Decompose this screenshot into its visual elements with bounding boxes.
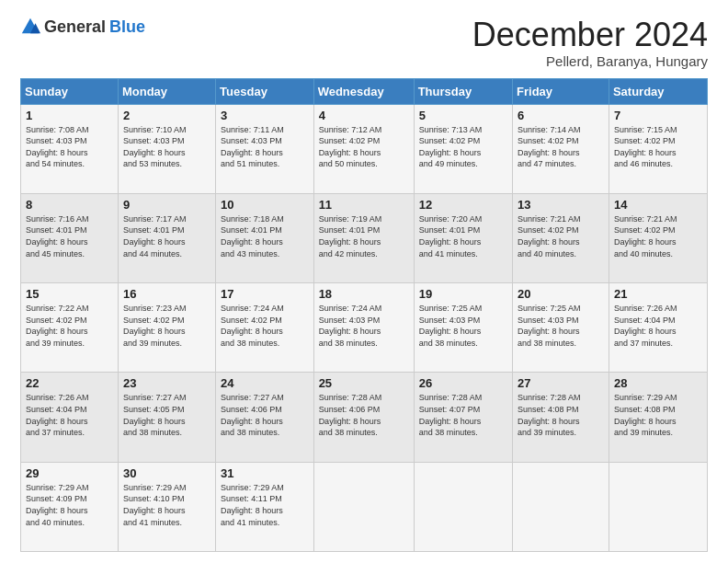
day-info: Sunrise: 7:27 AMSunset: 4:06 PMDaylight:… (221, 392, 309, 438)
calendar-cell: 19Sunrise: 7:25 AMSunset: 4:03 PMDayligh… (414, 283, 512, 373)
calendar-week-row: 22Sunrise: 7:26 AMSunset: 4:04 PMDayligh… (21, 373, 708, 462)
day-header-saturday: Saturday (609, 78, 707, 104)
calendar-cell: 27Sunrise: 7:28 AMSunset: 4:08 PMDayligh… (513, 373, 609, 462)
day-number: 11 (319, 198, 409, 212)
day-info: Sunrise: 7:14 AMSunset: 4:02 PMDaylight:… (518, 124, 604, 170)
day-info: Sunrise: 7:27 AMSunset: 4:05 PMDaylight:… (123, 392, 210, 438)
logo: GeneralBlue (20, 17, 145, 37)
day-info: Sunrise: 7:26 AMSunset: 4:04 PMDaylight:… (26, 392, 113, 438)
calendar-cell: 8Sunrise: 7:16 AMSunset: 4:01 PMDaylight… (21, 193, 119, 282)
day-number: 27 (518, 376, 604, 390)
calendar-cell: 30Sunrise: 7:29 AMSunset: 4:10 PMDayligh… (118, 462, 215, 551)
calendar-cell: 26Sunrise: 7:28 AMSunset: 4:07 PMDayligh… (414, 373, 512, 462)
day-header-friday: Friday (513, 78, 609, 104)
day-number: 23 (123, 376, 210, 390)
calendar-cell (313, 462, 414, 551)
day-info: Sunrise: 7:23 AMSunset: 4:02 PMDaylight:… (123, 303, 210, 349)
calendar-cell: 25Sunrise: 7:28 AMSunset: 4:06 PMDayligh… (313, 373, 414, 462)
day-number: 31 (221, 466, 309, 480)
day-header-sunday: Sunday (21, 78, 119, 104)
day-info: Sunrise: 7:21 AMSunset: 4:02 PMDaylight:… (614, 213, 702, 259)
day-number: 24 (221, 376, 309, 390)
location-title: Pellerd, Baranya, Hungary (472, 53, 708, 69)
day-number: 13 (518, 198, 604, 212)
calendar-cell: 21Sunrise: 7:26 AMSunset: 4:04 PMDayligh… (609, 283, 707, 373)
day-header-tuesday: Tuesday (216, 78, 314, 104)
day-info: Sunrise: 7:16 AMSunset: 4:01 PMDaylight:… (26, 213, 113, 259)
day-info: Sunrise: 7:21 AMSunset: 4:02 PMDaylight:… (518, 213, 604, 259)
day-number: 18 (319, 287, 409, 301)
calendar-cell: 15Sunrise: 7:22 AMSunset: 4:02 PMDayligh… (21, 283, 119, 373)
day-info: Sunrise: 7:13 AMSunset: 4:02 PMDaylight:… (419, 124, 507, 170)
day-number: 2 (123, 109, 210, 122)
title-area: December 2024 Pellerd, Baranya, Hungary (472, 17, 708, 69)
calendar-cell: 3Sunrise: 7:11 AMSunset: 4:03 PMDaylight… (216, 104, 314, 193)
calendar-cell: 9Sunrise: 7:17 AMSunset: 4:01 PMDaylight… (118, 193, 215, 282)
calendar-cell: 31Sunrise: 7:29 AMSunset: 4:11 PMDayligh… (216, 462, 314, 551)
day-number: 19 (419, 287, 507, 301)
day-number: 3 (221, 109, 309, 122)
day-info: Sunrise: 7:25 AMSunset: 4:03 PMDaylight:… (419, 303, 507, 349)
calendar-cell: 24Sunrise: 7:27 AMSunset: 4:06 PMDayligh… (216, 373, 314, 462)
calendar-cell (414, 462, 512, 551)
calendar-week-row: 29Sunrise: 7:29 AMSunset: 4:09 PMDayligh… (21, 462, 708, 551)
calendar-cell: 17Sunrise: 7:24 AMSunset: 4:02 PMDayligh… (216, 283, 314, 373)
day-number: 28 (614, 376, 702, 390)
day-header-wednesday: Wednesday (313, 78, 414, 104)
calendar-cell: 22Sunrise: 7:26 AMSunset: 4:04 PMDayligh… (21, 373, 119, 462)
calendar-cell: 5Sunrise: 7:13 AMSunset: 4:02 PMDaylight… (414, 104, 512, 193)
day-number: 16 (123, 287, 210, 301)
day-info: Sunrise: 7:19 AMSunset: 4:01 PMDaylight:… (319, 213, 409, 259)
logo-text-blue: Blue (109, 17, 145, 37)
day-info: Sunrise: 7:28 AMSunset: 4:08 PMDaylight:… (518, 392, 604, 438)
calendar-cell: 6Sunrise: 7:14 AMSunset: 4:02 PMDaylight… (513, 104, 609, 193)
day-info: Sunrise: 7:29 AMSunset: 4:10 PMDaylight:… (123, 482, 210, 528)
day-info: Sunrise: 7:29 AMSunset: 4:11 PMDaylight:… (221, 482, 309, 528)
day-info: Sunrise: 7:18 AMSunset: 4:01 PMDaylight:… (221, 213, 309, 259)
day-info: Sunrise: 7:22 AMSunset: 4:02 PMDaylight:… (26, 303, 113, 349)
month-title: December 2024 (472, 17, 708, 53)
calendar-week-row: 8Sunrise: 7:16 AMSunset: 4:01 PMDaylight… (21, 193, 708, 282)
logo-area: GeneralBlue (20, 17, 145, 37)
day-info: Sunrise: 7:25 AMSunset: 4:03 PMDaylight:… (518, 303, 604, 349)
calendar-cell: 16Sunrise: 7:23 AMSunset: 4:02 PMDayligh… (118, 283, 215, 373)
day-info: Sunrise: 7:29 AMSunset: 4:08 PMDaylight:… (614, 392, 702, 438)
day-info: Sunrise: 7:17 AMSunset: 4:01 PMDaylight:… (123, 213, 210, 259)
day-info: Sunrise: 7:15 AMSunset: 4:02 PMDaylight:… (614, 124, 702, 170)
day-info: Sunrise: 7:20 AMSunset: 4:01 PMDaylight:… (419, 213, 507, 259)
day-number: 29 (26, 466, 113, 480)
day-number: 6 (518, 109, 604, 122)
day-number: 4 (319, 109, 409, 122)
calendar-cell: 23Sunrise: 7:27 AMSunset: 4:05 PMDayligh… (118, 373, 215, 462)
day-info: Sunrise: 7:26 AMSunset: 4:04 PMDaylight:… (614, 303, 702, 349)
calendar-table: SundayMondayTuesdayWednesdayThursdayFrid… (20, 78, 708, 552)
day-number: 8 (26, 198, 113, 212)
calendar-cell: 4Sunrise: 7:12 AMSunset: 4:02 PMDaylight… (313, 104, 414, 193)
calendar-header-row: SundayMondayTuesdayWednesdayThursdayFrid… (21, 78, 708, 104)
day-number: 22 (26, 376, 113, 390)
calendar-cell: 10Sunrise: 7:18 AMSunset: 4:01 PMDayligh… (216, 193, 314, 282)
day-number: 14 (614, 198, 702, 212)
calendar-week-row: 1Sunrise: 7:08 AMSunset: 4:03 PMDaylight… (21, 104, 708, 193)
calendar-cell (513, 462, 609, 551)
day-number: 12 (419, 198, 507, 212)
calendar-cell: 13Sunrise: 7:21 AMSunset: 4:02 PMDayligh… (513, 193, 609, 282)
day-number: 20 (518, 287, 604, 301)
day-info: Sunrise: 7:11 AMSunset: 4:03 PMDaylight:… (221, 124, 309, 170)
day-number: 15 (26, 287, 113, 301)
day-number: 9 (123, 198, 210, 212)
day-info: Sunrise: 7:28 AMSunset: 4:07 PMDaylight:… (419, 392, 507, 438)
day-number: 21 (614, 287, 702, 301)
day-header-monday: Monday (118, 78, 215, 104)
calendar-cell: 1Sunrise: 7:08 AMSunset: 4:03 PMDaylight… (21, 104, 119, 193)
calendar-cell: 2Sunrise: 7:10 AMSunset: 4:03 PMDaylight… (118, 104, 215, 193)
calendar-cell: 20Sunrise: 7:25 AMSunset: 4:03 PMDayligh… (513, 283, 609, 373)
day-info: Sunrise: 7:28 AMSunset: 4:06 PMDaylight:… (319, 392, 409, 438)
day-number: 26 (419, 376, 507, 390)
page: GeneralBlue December 2024 Pellerd, Baran… (0, 0, 728, 563)
calendar-cell: 11Sunrise: 7:19 AMSunset: 4:01 PMDayligh… (313, 193, 414, 282)
day-number: 1 (26, 109, 113, 122)
logo-icon (20, 17, 40, 37)
calendar-week-row: 15Sunrise: 7:22 AMSunset: 4:02 PMDayligh… (21, 283, 708, 373)
day-header-thursday: Thursday (414, 78, 512, 104)
